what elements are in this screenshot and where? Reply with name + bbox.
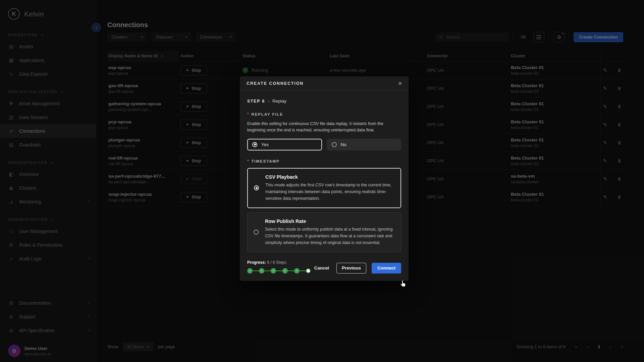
replay-file-description: Enable this setting for continuous CSV f…	[247, 121, 392, 134]
step-separator: •	[268, 99, 269, 103]
step-indicator: STEP 6 • Replay	[247, 99, 401, 104]
replay-file-options: Yes No	[247, 139, 401, 150]
step-complete-icon: ✓	[271, 268, 276, 274]
no-label: No	[341, 142, 346, 147]
modal-buttons: Cancel Previous Connect	[312, 263, 401, 274]
step-connector	[288, 270, 294, 271]
step-current-icon	[306, 268, 311, 273]
cancel-button[interactable]: Cancel	[312, 265, 331, 271]
modal-body: STEP 6 • Replay * REPLAY FILE Enable thi…	[240, 90, 409, 252]
radio-icon	[254, 230, 259, 235]
yes-label: Yes	[261, 142, 269, 147]
connect-button[interactable]: Connect	[372, 263, 401, 274]
close-icon[interactable]: ×	[398, 80, 402, 86]
timestamp-option-description: This mode adjusts the first CSV row's ti…	[265, 182, 394, 202]
required-mark: *	[247, 112, 250, 117]
step-name: Replay	[272, 99, 286, 104]
timestamp-option-title: CSV Playback	[265, 174, 394, 180]
step-connector	[300, 270, 306, 271]
timestamp-label: * TIMESTAMP	[247, 159, 401, 164]
step-label: STEP 6	[247, 99, 265, 104]
step-connector	[253, 270, 259, 271]
modal-header: CREATE CONNECTION ×	[240, 76, 409, 90]
timestamp-option-title: Row Publish Rate	[265, 219, 395, 224]
timestamp-option-card[interactable]: Row Publish Rate Select this mode to uni…	[247, 213, 401, 252]
progress-block: Progress: 6 / 6 Steps ✓✓✓✓✓	[247, 260, 311, 274]
step-complete-icon: ✓	[282, 268, 288, 274]
step-connector	[264, 270, 271, 271]
replay-file-label: * REPLAY FILE	[247, 112, 401, 117]
radio-icon	[332, 142, 337, 147]
progress-text: Progress: 6 / 6 Steps	[247, 260, 311, 265]
timestamp-option-card[interactable]: CSV Playback This mode adjusts the first…	[247, 168, 401, 208]
radio-icon	[252, 142, 257, 147]
step-connector	[276, 270, 282, 271]
create-connection-modal: CREATE CONNECTION × STEP 6 • Replay * RE…	[240, 76, 409, 281]
step-complete-icon: ✓	[259, 268, 264, 274]
timestamp-option-description: Select this mode to uniformly publish da…	[265, 226, 395, 246]
modal-title: CREATE CONNECTION	[247, 81, 304, 86]
required-mark: *	[247, 159, 250, 164]
previous-button[interactable]: Previous	[336, 263, 366, 274]
timestamp-options: CSV Playback This mode adjusts the first…	[247, 168, 401, 252]
replay-no-option[interactable]: No	[327, 139, 401, 150]
step-complete-icon: ✓	[247, 268, 253, 274]
replay-yes-option[interactable]: Yes	[247, 139, 322, 150]
step-complete-icon: ✓	[294, 268, 300, 274]
app-root: K Kelvin OPERATIONS ∨ ▤ Assets	[0, 0, 644, 362]
modal-footer: Progress: 6 / 6 Steps ✓✓✓✓✓ Cancel Previ…	[240, 252, 409, 281]
progress-stepper: ✓✓✓✓✓	[247, 268, 311, 274]
radio-icon	[254, 185, 259, 190]
